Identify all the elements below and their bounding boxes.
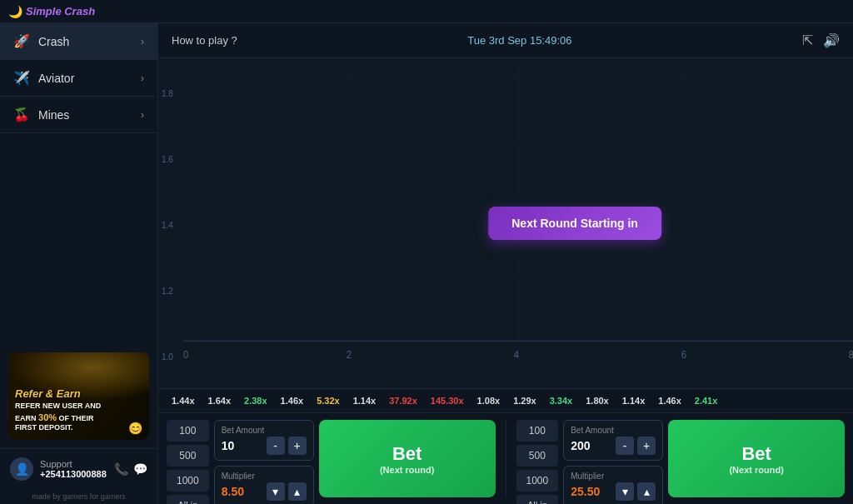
- support-footer: 👤 Support +254113000888 📞 💬: [0, 448, 157, 489]
- support-avatar: 👤: [10, 457, 33, 481]
- support-phone: +254113000888: [40, 469, 107, 479]
- sidebar-item-mines[interactable]: 🍒 Mines ›: [0, 97, 157, 133]
- bet-decrease-right[interactable]: -: [616, 437, 634, 455]
- svg-text:8: 8: [849, 348, 853, 361]
- quick-1000-right[interactable]: 1000: [516, 470, 559, 492]
- next-round-button[interactable]: Next Round Starting in: [488, 207, 661, 240]
- bet-increase-left[interactable]: +: [288, 437, 307, 455]
- bet-panel-left: 100 500 1000 All in Bet Amount 10 - +: [167, 420, 496, 497]
- refer-desc-earn: EARN: [15, 414, 37, 422]
- stats-icon[interactable]: ⇱: [802, 32, 813, 48]
- refer-desc: REFER NEW USER AND EARN 30% OF THEIR FIR…: [15, 402, 142, 433]
- panel-divider: [506, 420, 506, 497]
- multiplier-item: 1.80x: [579, 394, 616, 407]
- multiplier-item: 5.32x: [310, 394, 347, 407]
- bet-controls-right: Bet Amount 200 - + Multiplier 25.50: [563, 420, 663, 497]
- refer-desc-of: OF THEIR: [59, 414, 94, 422]
- y-label-4: 1.6: [162, 155, 173, 164]
- quick-1000-left[interactable]: 1000: [167, 470, 209, 492]
- bet-amount-value-left: 10: [222, 439, 235, 452]
- chevron-right-mines: ›: [141, 109, 144, 121]
- svg-text:2: 2: [347, 348, 352, 361]
- mult-down-left[interactable]: ▾: [267, 482, 285, 501]
- all-in-right[interactable]: All in: [516, 495, 559, 504]
- mines-icon: 🍒: [13, 107, 30, 122]
- bet-action-right[interactable]: Bet (Next round): [668, 420, 845, 497]
- chevron-right-crash: ›: [141, 36, 144, 47]
- multiplier-item: 2.41x: [688, 394, 725, 407]
- quick-amounts-right: 100 500 1000 All in: [516, 420, 559, 497]
- quick-500-left[interactable]: 500: [167, 445, 209, 467]
- bet-panel-right: 100 500 1000 All in Bet Amount 200 - +: [516, 420, 846, 497]
- bet-action-sublabel-left: (Next round): [380, 465, 434, 475]
- multiplier-item: 1.64x: [202, 394, 238, 407]
- sidebar-item-aviator[interactable]: ✈️ Aviator ›: [0, 60, 157, 97]
- mult-down-right[interactable]: ▾: [616, 482, 634, 501]
- phone-icon[interactable]: 📞: [114, 462, 128, 476]
- y-label-1: 1.0: [162, 352, 173, 362]
- refer-desc-line1: REFER NEW USER AND: [15, 402, 101, 410]
- main-layout: 🚀 Crash › ✈️ Aviator › 🍒 Mines ›: [0, 23, 853, 504]
- bet-decrease-left[interactable]: -: [267, 437, 285, 455]
- svg-text:6: 6: [681, 348, 687, 361]
- sidebar-label-crash: Crash: [38, 35, 69, 48]
- support-label: Support: [40, 459, 107, 469]
- whatsapp-icon[interactable]: 💬: [133, 462, 147, 476]
- refer-title: Refer & Earn: [15, 387, 142, 400]
- quick-500-right[interactable]: 500: [516, 445, 559, 467]
- multiplier-field-left: Multiplier 8.50 ▾ ▴: [214, 466, 314, 504]
- sound-icon[interactable]: 🔊: [823, 32, 840, 48]
- multiplier-item: 1.08x: [471, 394, 507, 407]
- svg-text:4: 4: [514, 348, 520, 361]
- multiplier-item: 37.92x: [382, 394, 424, 407]
- multiplier-value-right: 25.50: [571, 485, 600, 498]
- multiplier-item: 1.29x: [506, 394, 543, 407]
- betting-area: 100 500 1000 All in Bet Amount 10 - +: [158, 412, 853, 504]
- avatar-icon: 👤: [15, 462, 29, 476]
- chevron-right-aviator: ›: [141, 72, 144, 84]
- crash-icon: 🚀: [13, 33, 30, 49]
- svg-text:0: 0: [183, 348, 189, 361]
- quick-100-right[interactable]: 100: [516, 420, 559, 442]
- sidebar-item-crash[interactable]: 🚀 Crash ›: [0, 23, 157, 60]
- y-label-3: 1.4: [162, 221, 173, 230]
- quick-amounts-left: 100 500 1000 All in: [167, 420, 209, 497]
- bet-amount-label-left: Bet Amount: [222, 426, 307, 435]
- game-area: How to play ? Tue 3rd Sep 15:49:06 ⇱ 🔊 1…: [158, 23, 853, 504]
- datetime-display: Tue 3rd Sep 15:49:06: [467, 34, 571, 47]
- sidebar-label-aviator: Aviator: [38, 72, 74, 85]
- game-header: How to play ? Tue 3rd Sep 15:49:06 ⇱ 🔊: [158, 23, 853, 58]
- multiplier-item: 1.44x: [165, 394, 202, 407]
- multiplier-item: 1.14x: [616, 394, 652, 407]
- bet-increase-right[interactable]: +: [637, 437, 656, 455]
- bet-action-label-left: Bet: [392, 443, 422, 465]
- mult-up-right[interactable]: ▴: [637, 482, 656, 501]
- quick-100-left[interactable]: 100: [167, 420, 209, 442]
- multiplier-label-right: Multiplier: [571, 472, 656, 481]
- bet-action-sublabel-right: (Next round): [729, 465, 783, 475]
- multiplier-label-left: Multiplier: [222, 472, 307, 481]
- mult-up-left[interactable]: ▴: [288, 482, 307, 501]
- aviator-icon: ✈️: [13, 70, 30, 86]
- multiplier-field-right: Multiplier 25.50 ▾ ▴: [563, 466, 663, 504]
- logo: 🌙 Simple Crash: [8, 5, 95, 18]
- chart-container: 1.0 1.2 1.4 1.6 1.8 0 2: [158, 58, 853, 388]
- bet-amount-field-right: Bet Amount 200 - +: [563, 420, 663, 461]
- y-label-5: 1.8: [162, 89, 173, 98]
- support-info: Support +254113000888: [40, 459, 107, 479]
- bet-action-left[interactable]: Bet (Next round): [319, 420, 496, 497]
- all-in-left[interactable]: All in: [167, 495, 209, 504]
- multiplier-item: 3.34x: [543, 394, 580, 407]
- top-bar: 🌙 Simple Crash: [0, 0, 853, 23]
- sidebar-label-mines: Mines: [38, 108, 69, 122]
- refer-banner[interactable]: Refer & Earn REFER NEW USER AND EARN 30%…: [8, 352, 149, 440]
- multiplier-item: 1.46x: [274, 394, 311, 407]
- bet-controls-left: Bet Amount 10 - + Multiplier 8.50: [214, 420, 314, 497]
- sidebar-nav: 🚀 Crash › ✈️ Aviator › 🍒 Mines ›: [0, 23, 157, 344]
- sidebar: 🚀 Crash › ✈️ Aviator › 🍒 Mines ›: [0, 23, 158, 504]
- how-to-play-link[interactable]: How to play ?: [172, 34, 237, 47]
- multiplier-value-left: 8.50: [222, 485, 244, 498]
- header-icons: ⇱ 🔊: [802, 32, 840, 48]
- support-icons: 📞 💬: [114, 462, 147, 476]
- multiplier-item: 2.38x: [237, 394, 274, 407]
